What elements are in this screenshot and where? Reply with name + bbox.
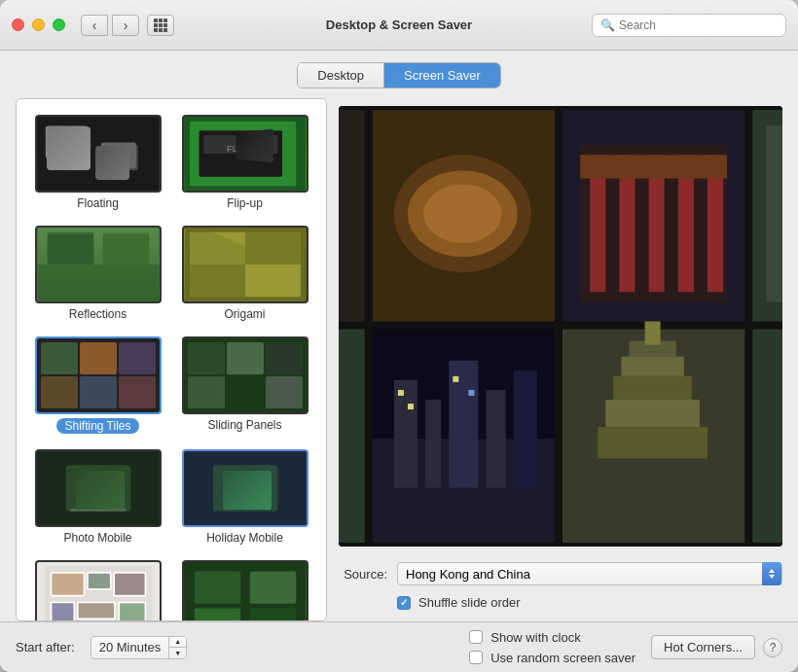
svg-marker-19 [245, 265, 301, 297]
screensaver-item-floating[interactable]: Floating [26, 109, 169, 216]
svg-rect-35 [77, 602, 114, 619]
screensaver-label-holiday-mobile: Holiday Mobile [206, 531, 283, 545]
svg-rect-27 [212, 465, 277, 512]
svg-rect-62 [766, 125, 782, 301]
main-content: Floating FLIP [0, 98, 798, 621]
show-clock-row: Show with clock [469, 630, 635, 645]
start-after-stepper[interactable]: ▲ ▼ [168, 636, 186, 659]
hot-corners-button[interactable]: Hot Corners... [651, 635, 755, 659]
source-dropdown[interactable]: Hong Kong and China [397, 562, 782, 585]
help-button[interactable]: ? [763, 638, 782, 657]
thumb-reflections [37, 228, 160, 301]
thumb-origami-wrapper [182, 226, 308, 303]
svg-rect-44 [339, 110, 365, 321]
svg-rect-74 [425, 400, 441, 488]
stepper-down-icon[interactable]: ▼ [169, 648, 186, 659]
svg-rect-4 [100, 143, 135, 169]
thumb-photo-mobile [37, 451, 160, 525]
screensaver-item-holiday-mobile[interactable]: Holiday Mobile [173, 443, 316, 550]
screensaver-label-floating: Floating [77, 196, 119, 210]
svg-rect-81 [468, 390, 474, 396]
source-label: Source: [339, 567, 387, 582]
svg-rect-86 [605, 400, 700, 427]
screensaver-label-shifting-tiles: Shifting Tiles [56, 418, 138, 434]
screensaver-label-reflections: Reflections [69, 307, 127, 321]
svg-rect-41 [249, 609, 296, 622]
screensaver-item-photo-mobile[interactable]: Photo Mobile [26, 443, 169, 550]
svg-text:FLIP: FLIP [227, 143, 246, 154]
svg-rect-87 [598, 427, 707, 458]
screensaver-item-origami[interactable]: Origami [173, 220, 316, 327]
screensaver-label-flipup: Flip-up [227, 196, 263, 210]
screensaver-item-vintage-prints[interactable]: Vintage Prints [173, 554, 316, 621]
start-after-label: Start after: [16, 640, 75, 654]
svg-point-29 [237, 480, 252, 495]
desktop-tab[interactable]: Desktop [298, 63, 384, 88]
svg-rect-34 [51, 602, 74, 621]
back-button[interactable]: ‹ [81, 15, 108, 36]
maximize-button[interactable] [53, 18, 65, 31]
random-checkbox[interactable] [469, 651, 483, 664]
thumb-reflections-wrapper [35, 226, 162, 303]
screensaver-list: Floating FLIP [16, 98, 327, 621]
search-input[interactable] [619, 18, 778, 32]
shuffle-checkbox[interactable] [397, 596, 411, 610]
thumb-floating-wrapper [35, 115, 162, 193]
screensaver-item-shifting-tiles[interactable]: Shifting Tiles [26, 331, 169, 440]
screensaver-grid: Floating FLIP [26, 109, 316, 621]
minimize-button[interactable] [32, 18, 45, 31]
svg-rect-40 [194, 609, 240, 622]
grid-view-button[interactable] [147, 15, 174, 36]
titlebar: ‹ › Desktop & Screen Saver 🔍 [0, 0, 798, 51]
svg-rect-31 [51, 573, 84, 596]
main-window: ‹ › Desktop & Screen Saver 🔍 Desktop Scr… [0, 0, 798, 672]
forward-button[interactable]: › [112, 15, 139, 36]
svg-rect-32 [87, 573, 110, 589]
show-clock-checkbox[interactable] [469, 630, 483, 644]
svg-rect-85 [613, 376, 692, 400]
screensaver-item-sliding-panels[interactable]: Sliding Panels [173, 331, 316, 440]
svg-marker-97 [769, 575, 775, 579]
svg-marker-96 [769, 569, 775, 573]
thumb-sliding-wrapper [182, 336, 308, 414]
svg-rect-26 [185, 451, 306, 525]
svg-rect-76 [486, 390, 505, 488]
thumb-origami [184, 228, 307, 301]
shuffle-row: Shuffle slide order [339, 595, 782, 610]
svg-marker-18 [190, 265, 245, 297]
svg-rect-22 [65, 465, 130, 512]
svg-rect-8 [203, 135, 277, 154]
screen-saver-tab[interactable]: Screen Saver [384, 63, 500, 88]
random-label: Use random screen saver [490, 651, 635, 665]
screensaver-item-flipup[interactable]: FLIP Flip-up [173, 109, 316, 216]
bottom-right: Hot Corners... ? [651, 635, 782, 659]
stepper-up-icon[interactable]: ▲ [169, 636, 186, 649]
thumb-sliding [184, 338, 307, 412]
svg-marker-17 [245, 232, 301, 265]
start-after-control[interactable]: 20 Minutes ▲ ▼ [91, 636, 188, 659]
svg-rect-84 [621, 357, 683, 376]
screensaver-item-reflections[interactable]: Reflections [26, 220, 169, 327]
svg-rect-80 [453, 376, 458, 382]
traffic-lights [12, 18, 65, 31]
svg-rect-1 [47, 127, 89, 159]
svg-point-24 [91, 480, 105, 495]
svg-rect-21 [38, 451, 159, 525]
dropdown-arrow-icon [762, 562, 781, 585]
random-row: Use random screen saver [469, 651, 635, 665]
screensaver-label-photo-mobile: Photo Mobile [63, 531, 131, 545]
search-bar[interactable]: 🔍 [592, 14, 786, 37]
svg-rect-38 [194, 572, 240, 604]
svg-rect-36 [119, 602, 145, 621]
svg-rect-23 [80, 475, 117, 503]
nav-buttons: ‹ › [81, 15, 139, 36]
right-panel: Source: Hong Kong and China Shuffle [339, 98, 782, 621]
close-button[interactable] [12, 18, 24, 31]
thumb-shifting [37, 338, 160, 412]
svg-rect-33 [114, 573, 145, 596]
screensaver-item-photo-wall[interactable]: Photo Wall [26, 554, 169, 621]
show-clock-label: Show with clock [490, 630, 580, 645]
thumb-floating [37, 117, 160, 191]
svg-rect-89 [752, 330, 782, 543]
svg-rect-79 [408, 404, 414, 409]
